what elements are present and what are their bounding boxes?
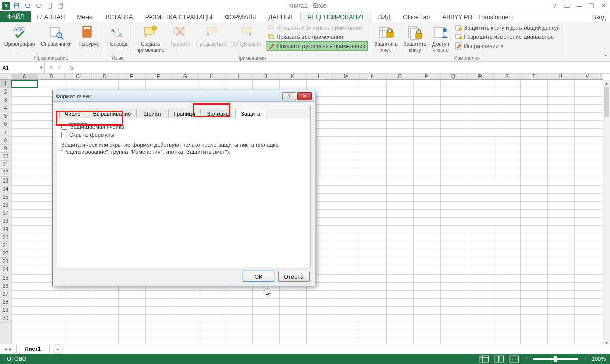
translate-button[interactable]: a文 Перевод [105,23,129,48]
tab-menu[interactable]: Меню [71,12,99,22]
dialog-tab-protection[interactable]: Защита [235,109,266,118]
row-header[interactable]: 20 [0,234,11,242]
cancel-formula-icon[interactable]: ✕ [49,64,53,71]
add-sheet-button[interactable]: + [53,344,63,354]
row-header[interactable]: 5 [0,112,11,120]
tab-review[interactable]: РЕЦЕНЗИРОВАНИЕ [300,12,372,22]
ribbon-display-icon[interactable] [562,1,572,10]
qat-save-icon[interactable] [12,1,21,10]
column-header[interactable]: V [574,74,601,79]
row-header[interactable]: 2 [0,88,11,96]
hidden-checkbox-row[interactable]: Скрыть формулы [61,132,306,138]
new-comment-button[interactable]: + Создать примечание [134,23,166,54]
column-header[interactable]: C [65,74,92,79]
row-header[interactable]: 29 [0,306,11,314]
column-header[interactable]: S [494,74,520,79]
close-icon[interactable]: ✕ [599,1,608,10]
enter-formula-icon[interactable]: ✓ [57,64,62,71]
zoom-out-button[interactable]: − [525,356,528,362]
sheet-nav-prev-icon[interactable]: ◂ [4,346,7,352]
row-header[interactable]: 16 [0,201,11,209]
show-hide-comment-button[interactable]: Показать или скрыть примечание [266,23,368,32]
next-comment-button[interactable]: Следующее [231,23,264,48]
row-header[interactable]: 6 [0,120,11,128]
row-header[interactable]: 21 [0,242,11,250]
tab-office-tab[interactable]: Office Tab [397,12,437,22]
tab-formulas[interactable]: ФОРМУЛЫ [219,12,262,22]
name-box-dropdown-icon[interactable]: ▾ [40,64,43,71]
column-header[interactable]: F [145,74,172,79]
select-all-button[interactable] [0,74,11,80]
column-header[interactable]: L [306,74,333,79]
prev-comment-button[interactable]: Предыдущее [194,23,229,48]
tab-home[interactable]: ГЛАВНАЯ [31,12,71,22]
help-icon[interactable]: ? [550,1,559,10]
column-header[interactable]: P [413,74,440,79]
show-ink-button[interactable]: Показать рукописные примечания [266,41,368,51]
tab-page-layout[interactable]: РАЗМЕТКА СТРАНИЦЫ [139,12,219,22]
column-header[interactable]: J [252,74,279,79]
locked-checkbox-row[interactable]: Защищаемая ячейка [61,123,306,130]
row-header[interactable]: 19 [0,225,11,234]
column-header[interactable]: O [386,74,413,79]
collapse-ribbon-icon[interactable]: ⌃ [603,54,608,60]
row-header[interactable]: 7 [0,128,11,136]
zoom-slider[interactable] [533,358,578,360]
column-header[interactable]: N [360,74,386,79]
tab-view[interactable]: ВИД [372,12,397,22]
dialog-tab-fill[interactable]: Заливка [202,109,234,118]
tab-abbyy[interactable]: ABBYY PDF Transformer+ [436,12,520,22]
dialog-tab-number[interactable]: Число [59,109,86,118]
qat-redo-icon[interactable] [34,1,43,10]
name-box[interactable]: ▾ [0,62,45,73]
column-header[interactable]: T [520,74,547,79]
row-header[interactable]: 30 [0,314,11,323]
row-header[interactable]: 27 [0,290,11,298]
row-header[interactable]: 26 [0,282,11,290]
vscroll-thumb[interactable] [604,87,609,117]
row-header[interactable]: 10 [0,153,11,161]
row-header[interactable]: 28 [0,298,11,306]
column-header[interactable]: B [38,74,65,79]
zoom-in-button[interactable]: + [583,356,586,362]
column-header[interactable]: I [226,74,252,79]
dialog-tab-alignment[interactable]: Выравнивание [88,109,137,118]
row-header[interactable]: 1 [0,80,11,88]
spelling-button[interactable]: ABC Орфография [2,23,37,48]
row-header[interactable]: 12 [0,169,11,177]
row-header[interactable]: 24 [0,266,11,274]
row-header[interactable]: 8 [0,136,11,145]
dialog-help-button[interactable]: ? [282,92,296,100]
sheet-tab-1[interactable]: Лист1 [16,345,50,353]
page-layout-view-icon[interactable] [494,355,504,363]
row-header[interactable]: 13 [0,177,11,185]
row-header[interactable]: 14 [0,185,11,193]
hidden-checkbox[interactable] [61,132,67,138]
row-headers[interactable]: 1234567891011121314151617181920212223242… [0,80,11,347]
dialog-tab-border[interactable]: Граница [168,109,201,118]
research-button[interactable]: Справочники [39,23,74,48]
dialog-close-button[interactable]: ✕ [297,92,312,100]
allow-edit-ranges-button[interactable]: Разрешить изменение диапазонов [453,32,562,41]
vertical-scrollbar[interactable]: ▴ ▾ [603,80,610,347]
name-box-input[interactable] [2,65,32,71]
zoom-level[interactable]: 100% [592,356,606,362]
qat-undo-icon[interactable] [23,1,32,10]
qat-open-icon[interactable] [57,1,66,10]
dialog-tab-font[interactable]: Шрифт [138,109,167,118]
row-header[interactable]: 17 [0,209,11,217]
row-header[interactable]: 15 [0,193,11,201]
track-changes-button[interactable]: Исправления ▾ [453,41,562,51]
scroll-up-icon[interactable]: ▴ [603,80,610,87]
column-headers[interactable]: ABCDEFGHIJKLMNOPQRSTUV [11,74,603,80]
row-header[interactable]: 9 [0,145,11,153]
dialog-titlebar[interactable]: Формат ячеек ? ✕ [53,90,315,102]
row-header[interactable]: 4 [0,104,11,112]
column-header[interactable]: M [333,74,360,79]
row-header[interactable]: 23 [0,258,11,266]
qat-new-icon[interactable] [46,1,55,10]
row-header[interactable]: 18 [0,217,11,225]
row-header[interactable]: 11 [0,161,11,169]
ok-button[interactable]: ОК [243,271,274,282]
row-header[interactable]: 22 [0,250,11,258]
